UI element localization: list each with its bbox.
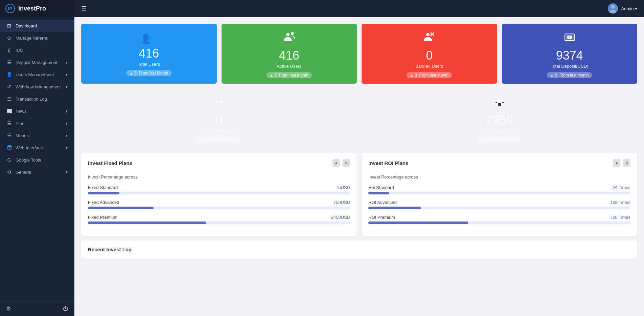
nav-label-users-management: Users Management — [16, 72, 54, 77]
roi-progress-track — [368, 222, 630, 224]
sidebar-item-ico[interactable]: ₿ ICO — [0, 44, 74, 56]
stat-card-withdraw: 0 Total Withdraw(USD) ▲ 0 From last Mont… — [81, 88, 357, 148]
nav-arrow-news: ▼ — [65, 109, 68, 113]
nav-icon-plan: ☰ — [6, 121, 12, 126]
sidebar-item-transaction-log[interactable]: ☰ Transaction Log — [0, 93, 74, 105]
nav-icon-manage-referral: ⊕ — [6, 35, 12, 41]
banned-users-value: 0 — [426, 49, 433, 62]
sidebar-item-dashboard[interactable]: ⊞ Dashboard — [0, 20, 74, 32]
banned-users-icon — [423, 31, 435, 46]
withdraw-label: Total Withdraw(USD) — [199, 128, 239, 133]
sidebar-item-menus[interactable]: ☰ Menus ▼ — [0, 129, 74, 142]
roi-plans-subtitle: Invest Percentage across — [368, 174, 630, 180]
fixed-plans-header: Invest Fixed Plans ▲ ✕ — [88, 159, 350, 171]
fixed-plans-subtitle: Invest Percentage across — [88, 174, 350, 180]
fixed-plans-close[interactable]: ✕ — [343, 159, 350, 167]
sidebar-item-general[interactable]: ⚙ General ▼ — [0, 166, 74, 178]
nav-label-transaction-log: Transaction Log — [16, 97, 47, 102]
sidebar-nav: ⊞ Dashboard ⊕ Manage Referral ₿ ICO ☰ De… — [0, 17, 74, 301]
stat-card-total-users: 👥 416 Total Users ▲ 5 From last Month — [81, 24, 217, 84]
admin-label[interactable]: Admin ▾ — [621, 6, 637, 11]
nav-label-google-tools: Google Tools — [16, 157, 41, 163]
invest-badge: ▲ 0 From last Month — [477, 137, 522, 143]
roi-plan-item: ROI Premium 720 Times — [368, 215, 630, 224]
nav-label-withdraw-management: Withdraw Management — [16, 84, 61, 89]
wide-stats-row: 0 Total Withdraw(USD) ▲ 0 From last Mont… — [81, 88, 637, 148]
active-users-label: Active Users — [277, 64, 301, 69]
nav-label-menus: Menus — [16, 133, 29, 138]
plan-progress-track — [88, 222, 350, 224]
roi-progress-track — [368, 207, 630, 209]
plan-value: 750USD — [334, 200, 350, 205]
nav-icon-google-tools: G — [6, 157, 12, 163]
deposit-label: Total Deposit(USD) — [551, 64, 588, 69]
roi-plans-controls: ▲ ✕ — [613, 159, 630, 167]
svg-rect-16 — [496, 102, 497, 103]
sidebar-item-withdraw-management[interactable]: ↺ Withdraw Management ▼ — [0, 81, 74, 93]
logo-icon: IP — [5, 4, 15, 13]
logout-icon[interactable]: ⏻ — [63, 306, 68, 312]
active-users-value: 416 — [279, 49, 299, 62]
nav-icon-withdraw-management: ↺ — [6, 84, 12, 89]
plan-item: Fixed Premium 2450USD — [88, 215, 350, 224]
roi-plan-item: Roi Standard 24 Times — [368, 185, 630, 194]
svg-rect-15 — [498, 103, 501, 106]
sidebar: IP InvestPro ⊞ Dashboard ⊕ Manage Referr… — [0, 0, 74, 316]
sidebar-item-manage-referral[interactable]: ⊕ Manage Referral — [0, 32, 74, 44]
active-users-badge: ▲ 5 From last Month — [267, 72, 312, 78]
sidebar-item-web-interface[interactable]: 🌐 Web Interface ▼ — [0, 142, 74, 154]
sidebar-item-deposit-management[interactable]: ☰ Deposit Management ▼ — [0, 56, 74, 68]
roi-plans-collapse[interactable]: ▲ — [613, 159, 620, 167]
plan-progress-track — [88, 192, 350, 194]
roi-plans-card: Invest ROI Plans ▲ ✕ Invest Percentage a… — [362, 153, 637, 236]
roi-progress-track — [368, 192, 630, 194]
plan-name: Fixed Advanced — [88, 200, 119, 205]
svg-point-1 — [610, 10, 616, 14]
deposit-badge: ▲ 0 From last Month — [547, 72, 592, 78]
nav-icon-menus: ☰ — [6, 133, 12, 138]
roi-plan-name: ROI Premium — [368, 215, 395, 220]
stat-card-banned-users: 0 Banned Users ▲ 0 From last Month — [362, 24, 497, 84]
svg-point-0 — [611, 5, 615, 9]
nav-arrow-users-management: ▼ — [65, 73, 68, 77]
sidebar-item-plan[interactable]: ☰ Plan ▼ — [0, 117, 74, 129]
plan-value: 2450USD — [331, 215, 350, 220]
deposit-icon — [564, 31, 576, 46]
sidebar-item-users-management[interactable]: 👤 Users Management ▼ — [0, 68, 74, 81]
app-name: InvestPro — [18, 5, 46, 12]
fixed-plans-collapse[interactable]: ▲ — [332, 159, 340, 167]
roi-plans-close[interactable]: ✕ — [623, 159, 630, 167]
nav-icon-dashboard: ⊞ — [6, 23, 12, 28]
roi-plans-header: Invest ROI Plans ▲ ✕ — [368, 159, 630, 171]
nav-arrow-withdraw-management: ▼ — [65, 85, 68, 89]
nav-icon-users-management: 👤 — [6, 72, 12, 77]
roi-plan-item: ROI Advanced 168 Times — [368, 200, 630, 209]
nav-icon-deposit-management: ☰ — [6, 60, 12, 65]
stat-card-invest: 2950 Total Invest(USD) ▲ 0 From last Mon… — [362, 88, 637, 148]
banned-users-label: Banned Users — [415, 64, 443, 69]
stats-row: 👥 416 Total Users ▲ 5 From last Month — [81, 24, 637, 84]
sidebar-item-news[interactable]: 📰 News ▼ — [0, 105, 74, 117]
nav-label-ico: ICO — [16, 48, 23, 53]
plan-name: Fixed Standard — [88, 185, 118, 190]
topbar: ☰ Admin ▾ — [74, 0, 644, 17]
svg-rect-17 — [502, 102, 504, 103]
invest-value: 2950 — [486, 114, 513, 126]
roi-plan-value: 168 Times — [610, 200, 630, 205]
sidebar-item-google-tools[interactable]: G Google Tools — [0, 154, 74, 166]
stat-card-total-deposit: 9374 Total Deposit(USD) ▲ 0 From last Mo… — [502, 24, 638, 84]
withdraw-value: 0 — [215, 114, 222, 126]
nav-arrow-web-interface: ▼ — [65, 146, 68, 150]
nav-icon-general: ⚙ — [6, 169, 12, 175]
nav-label-web-interface: Web Interface — [16, 145, 43, 150]
plan-progress-fill — [88, 207, 154, 209]
settings-icon[interactable]: ⚙ — [6, 306, 11, 312]
recent-log-title: Recent Invest Log — [88, 247, 132, 252]
roi-plan-name: ROI Advanced — [368, 200, 397, 205]
nav-label-manage-referral: Manage Referral — [16, 36, 48, 41]
invest-icon — [493, 96, 506, 111]
nav-icon-ico: ₿ — [6, 47, 12, 53]
plan-progress-fill — [88, 222, 206, 224]
plan-value: 75USD — [336, 185, 350, 190]
hamburger-menu[interactable]: ☰ — [81, 5, 87, 12]
